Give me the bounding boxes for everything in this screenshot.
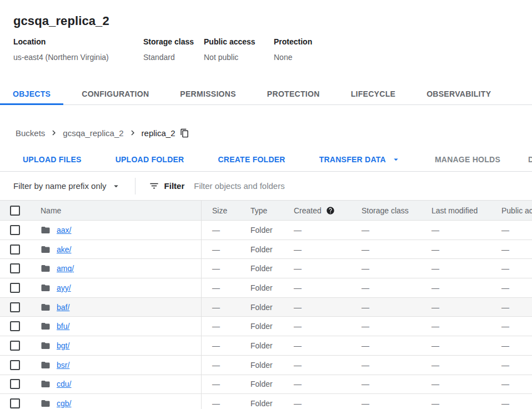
tab-observability[interactable]: OBSERVABILITY xyxy=(414,83,504,104)
table-row: cgb/ — Folder — — — — xyxy=(0,394,532,409)
help-icon[interactable] xyxy=(326,206,335,215)
storage-class-cell: — xyxy=(352,226,421,235)
meta-location-label: Location xyxy=(13,37,143,46)
row-checkbox[interactable] xyxy=(10,379,20,389)
storage-class-cell: — xyxy=(352,264,421,273)
tab-configuration[interactable]: CONFIGURATION xyxy=(69,83,162,104)
created-cell: — xyxy=(284,341,352,350)
breadcrumb-buckets[interactable]: Buckets xyxy=(16,128,45,138)
object-actions-toolbar: UPLOAD FILES UPLOAD FOLDER CREATE FOLDER… xyxy=(0,147,532,172)
row-checkbox[interactable] xyxy=(10,341,20,351)
size-cell: — xyxy=(202,380,240,388)
type-cell: Folder xyxy=(240,303,284,312)
page-title: gcsqa_replica_2 xyxy=(13,14,519,28)
size-cell: — xyxy=(202,303,240,312)
storage-class-cell: — xyxy=(352,245,421,254)
upload-folder-button[interactable]: UPLOAD FOLDER xyxy=(106,151,194,168)
object-link[interactable]: cgb/ xyxy=(57,399,71,408)
table-row: cdu/ — Folder — — — — xyxy=(0,375,532,395)
create-folder-button[interactable]: CREATE FOLDER xyxy=(208,151,294,168)
tab-lifecycle[interactable]: LIFECYCLE xyxy=(338,83,408,104)
header-last-modified: Last modified xyxy=(421,206,491,215)
object-link[interactable]: bfu/ xyxy=(57,322,69,331)
size-cell: — xyxy=(202,245,240,254)
transfer-data-label: TRANSFER DATA xyxy=(319,155,386,164)
meta-location-value: us-east4 (Northern Virginia) xyxy=(13,53,143,62)
public-access-cell: — xyxy=(491,283,532,292)
public-access-cell: — xyxy=(491,303,532,312)
row-checkbox[interactable] xyxy=(10,360,20,370)
public-access-cell: — xyxy=(491,341,532,350)
filter-prefix-dropdown[interactable]: Filter by name prefix only xyxy=(13,181,121,191)
header-storage-class: Storage class xyxy=(352,206,421,215)
object-link[interactable]: aax/ xyxy=(57,226,71,235)
folder-icon xyxy=(41,225,51,235)
public-access-cell: — xyxy=(491,226,532,235)
storage-class-cell: — xyxy=(352,361,421,370)
breadcrumb: Buckets gcsqa_replica_2 replica_2 xyxy=(0,105,532,139)
row-checkbox[interactable] xyxy=(10,263,20,273)
row-checkbox[interactable] xyxy=(10,245,20,255)
public-access-cell: — xyxy=(491,322,532,331)
meta-public-access-value: Not public xyxy=(204,53,274,62)
type-cell: Folder xyxy=(240,245,284,254)
public-access-cell: — xyxy=(491,264,532,273)
meta-public-access: Public access Not public xyxy=(204,37,274,62)
filter-bar: Filter by name prefix only Filter xyxy=(0,172,532,200)
row-checkbox[interactable] xyxy=(10,225,20,235)
folder-icon xyxy=(41,321,51,331)
size-cell: — xyxy=(202,322,240,331)
storage-class-cell: — xyxy=(352,283,421,292)
object-link[interactable]: bsr/ xyxy=(57,361,69,370)
row-checkbox[interactable] xyxy=(10,321,20,331)
copy-icon[interactable] xyxy=(180,128,189,138)
size-cell: — xyxy=(202,264,240,273)
created-cell: — xyxy=(284,264,352,273)
objects-table: Name Size Type Created Storage class Las… xyxy=(0,200,532,409)
type-cell: Folder xyxy=(240,399,284,408)
select-all-checkbox[interactable] xyxy=(10,206,20,216)
folder-icon xyxy=(41,283,51,293)
tab-protection[interactable]: PROTECTION xyxy=(254,83,333,104)
row-checkbox[interactable] xyxy=(10,398,20,408)
object-link[interactable]: bgt/ xyxy=(57,341,69,350)
filter-label: Filter xyxy=(164,181,185,191)
created-cell: — xyxy=(284,303,352,312)
upload-files-button[interactable]: UPLOAD FILES xyxy=(13,151,91,168)
storage-class-cell: — xyxy=(352,341,421,350)
download-button[interactable]: DOWNLOAD xyxy=(519,151,532,168)
transfer-data-button[interactable]: TRANSFER DATA xyxy=(310,150,410,169)
type-cell: Folder xyxy=(240,380,284,388)
folder-icon xyxy=(41,302,51,312)
tab-objects[interactable]: OBJECTS xyxy=(0,83,63,104)
object-link[interactable]: ayy/ xyxy=(57,283,71,292)
tab-permissions[interactable]: PERMISSIONS xyxy=(167,83,249,104)
folder-icon xyxy=(41,245,51,255)
table-row: amq/ — Folder — — — — xyxy=(0,259,532,278)
object-link[interactable]: cdu/ xyxy=(57,380,71,388)
object-link[interactable]: ake/ xyxy=(57,245,71,254)
table-row: bsr/ — Folder — — — — xyxy=(0,356,532,375)
created-cell: — xyxy=(284,245,352,254)
folder-icon xyxy=(41,341,51,351)
manage-holds-button[interactable]: MANAGE HOLDS xyxy=(425,151,510,168)
row-checkbox[interactable] xyxy=(10,283,20,293)
storage-class-cell: — xyxy=(352,303,421,312)
folder-icon xyxy=(41,263,51,273)
public-access-cell: — xyxy=(491,361,532,370)
created-cell: — xyxy=(284,380,352,388)
header-size: Size xyxy=(202,206,240,215)
last-modified-cell: — xyxy=(421,303,491,312)
meta-storage-class-label: Storage class xyxy=(143,37,204,46)
breadcrumb-bucket-name[interactable]: gcsqa_replica_2 xyxy=(63,128,123,138)
object-link[interactable]: baf/ xyxy=(57,303,69,312)
storage-class-cell: — xyxy=(352,399,421,408)
header-created: Created xyxy=(284,206,352,215)
header-checkbox-cell xyxy=(0,206,31,216)
meta-protection-value: None xyxy=(274,53,312,62)
storage-class-cell: — xyxy=(352,322,421,331)
object-link[interactable]: amq/ xyxy=(57,264,74,273)
filter-objects-input[interactable] xyxy=(194,181,427,191)
size-cell: — xyxy=(202,361,240,370)
row-checkbox[interactable] xyxy=(10,302,20,312)
